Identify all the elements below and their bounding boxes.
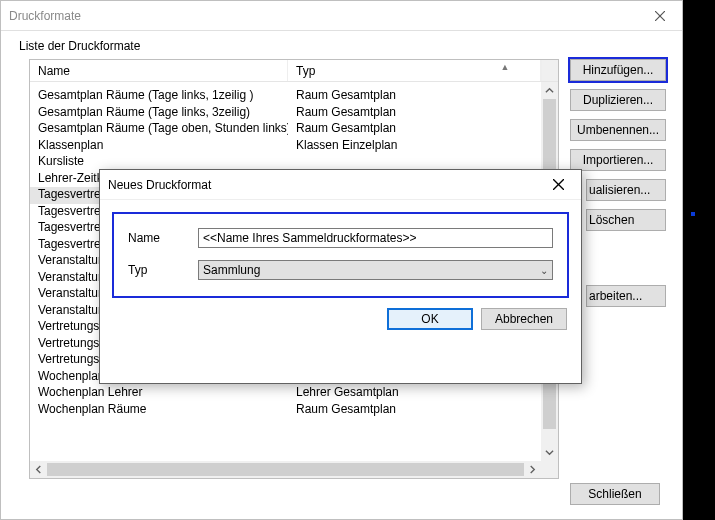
typ-label: Typ <box>128 263 198 277</box>
sort-indicator-icon: ▲ <box>501 62 510 72</box>
sidebar-buttons: Hinzufügen... Duplizieren... Umbenennen.… <box>570 59 666 315</box>
scroll-up-button[interactable] <box>541 82 558 99</box>
cell-name: Wochenplan Lehrer <box>30 385 288 402</box>
modal-close-button[interactable] <box>536 170 581 199</box>
chevron-left-icon <box>34 465 43 474</box>
edit-button[interactable]: arbeiten... <box>586 285 666 307</box>
close-icon <box>655 11 665 21</box>
modal-title: Neues Druckformat <box>108 178 211 192</box>
titlebar: Druckformate <box>1 1 682 31</box>
close-icon <box>553 179 564 190</box>
chevron-down-icon <box>545 448 554 457</box>
scroll-right-button[interactable] <box>524 461 541 478</box>
list-header: Name Typ ▲ <box>30 60 558 82</box>
table-row[interactable]: Gesamtplan Räume (Tage oben, Stunden lin… <box>30 121 541 138</box>
cell-name: Gesamtplan Räume (Tage links, 1zeilig ) <box>30 88 288 105</box>
modal-form: Name Typ Sammlung ⌄ <box>114 214 567 296</box>
chevron-up-icon <box>545 86 554 95</box>
delete-button[interactable]: Löschen <box>586 209 666 231</box>
name-label: Name <box>128 231 198 245</box>
horizontal-scroll-thumb[interactable] <box>47 463 524 476</box>
duplicate-button[interactable]: Duplizieren... <box>570 89 666 111</box>
table-row[interactable]: Gesamtplan Räume (Tage links, 1zeilig )R… <box>30 88 541 105</box>
horizontal-scrollbar[interactable] <box>30 461 558 478</box>
table-row[interactable]: KlassenplanKlassen Einzelplan <box>30 138 541 155</box>
scroll-down-button[interactable] <box>541 444 558 461</box>
add-button[interactable]: Hinzufügen... <box>570 59 666 81</box>
section-label: Liste der Druckformate <box>1 31 682 59</box>
spacer <box>570 239 666 285</box>
column-header-name[interactable]: Name <box>30 60 288 81</box>
table-row[interactable]: Gesamtplan Räume (Tage links, 3zeilig)Ra… <box>30 105 541 122</box>
modal-titlebar: Neues Druckformat <box>100 170 581 200</box>
cell-typ: Raum Gesamtplan <box>288 88 541 105</box>
window-title: Druckformate <box>9 9 81 23</box>
scroll-corner <box>541 461 558 478</box>
typ-select-value: Sammlung <box>203 263 260 277</box>
cell-typ: Raum Gesamtplan <box>288 121 541 138</box>
rename-button[interactable]: Umbenennen... <box>570 119 666 141</box>
cancel-button[interactable]: Abbrechen <box>481 308 567 330</box>
new-format-dialog: Neues Druckformat Name Typ Sammlung ⌄ OK… <box>99 169 582 384</box>
cell-typ: Raum Gesamtplan <box>288 402 541 419</box>
cell-name: Wochenplan Räume <box>30 402 288 419</box>
cell-typ: Klassen Einzelplan <box>288 138 541 155</box>
close-dialog-button[interactable]: Schließen <box>570 483 660 505</box>
name-input[interactable] <box>198 228 553 248</box>
cell-name: Klassenplan <box>30 138 288 155</box>
cell-typ: Lehrer Gesamtplan <box>288 385 541 402</box>
cell-name: Gesamtplan Räume (Tage oben, Stunden lin… <box>30 121 288 138</box>
cell-typ: Raum Gesamtplan <box>288 105 541 122</box>
chevron-down-icon: ⌄ <box>540 265 548 276</box>
cell-name: Gesamtplan Räume (Tage links, 3zeilig) <box>30 105 288 122</box>
import-button[interactable]: Importieren... <box>570 149 666 171</box>
window-close-button[interactable] <box>637 1 682 30</box>
column-header-typ[interactable]: Typ ▲ <box>288 60 541 81</box>
ok-button[interactable]: OK <box>387 308 473 330</box>
decorative-dot <box>691 212 695 216</box>
table-row[interactable]: Wochenplan LehrerLehrer Gesamtplan <box>30 385 541 402</box>
scroll-left-button[interactable] <box>30 461 47 478</box>
table-row[interactable]: Wochenplan RäumeRaum Gesamtplan <box>30 402 541 419</box>
actualize-button[interactable]: ualisieren... <box>586 179 666 201</box>
header-grip <box>541 60 558 81</box>
chevron-right-icon <box>528 465 537 474</box>
typ-select[interactable]: Sammlung ⌄ <box>198 260 553 280</box>
